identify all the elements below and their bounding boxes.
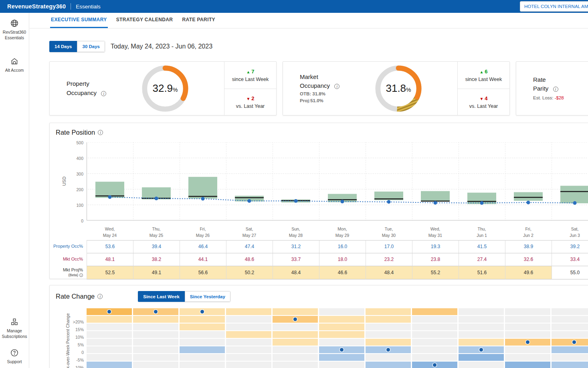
rate-median-line [514, 197, 543, 198]
y-axis-tick: -5% [68, 358, 84, 362]
table-row: Mkt Proj%(Beta)52.549.156.650.248.446.64… [50, 266, 588, 279]
heatmap-cell [319, 324, 364, 330]
table-cell: 41.5 [459, 240, 505, 253]
table-cell: 38.2 [133, 253, 180, 266]
market-occupancy-donut-wrap: 31.8 % [375, 65, 422, 112]
rate-median-line [560, 191, 588, 192]
table-cell: 44.1 [180, 253, 226, 266]
heatmap-cell [505, 331, 550, 338]
info-icon[interactable] [553, 87, 558, 92]
period-14-days-button[interactable]: 14 Days [49, 41, 77, 52]
since-last-week-stat: ▲7 since Last Week [224, 62, 276, 89]
kpi-row: Property Occupancy 32.9 % ▲7 since Last … [49, 61, 588, 115]
heatmap-cell [133, 346, 178, 353]
heatmap-cell [459, 316, 504, 323]
rate-dot [200, 310, 204, 313]
rate-position-xlabels: Wed,May 24Thu,May 25Fri,May 26Sat,May 27… [87, 222, 588, 239]
heatmap-cell [366, 354, 411, 361]
otb-label: OTB: 31.8% [300, 91, 352, 97]
est-loss-label: Est. Loss: [533, 95, 554, 100]
table-cell: 46.4 [180, 240, 226, 253]
delta-value: 2 [251, 95, 254, 101]
x-axis-day-label: Thu,May 25 [133, 226, 180, 239]
period-30-days-button[interactable]: 30 Days [77, 41, 105, 52]
property-rate-dot [294, 199, 298, 203]
heatmap-cell [366, 308, 411, 315]
y-axis-tick: 0 [68, 350, 84, 355]
property-rate-dot [434, 201, 437, 204]
table-cell: 19.3 [412, 240, 459, 253]
tab-rate-parity[interactable]: RATE PARITY [181, 13, 216, 28]
table-cell: 48.6 [226, 253, 273, 266]
heatmap-cell [180, 354, 225, 361]
y-axis-tick: 500 [67, 140, 83, 145]
heatmap-cell [273, 362, 318, 368]
tab-strategy-calendar[interactable]: STRATEGY CALENDAR [115, 13, 174, 28]
stat-label: vs. Last Year [236, 103, 265, 109]
y-axis-title: USD [62, 176, 67, 186]
top-bar: RevenueStrategy360 Essentials HOTEL COLY… [0, 0, 588, 13]
heatmap-cell [133, 339, 178, 346]
rate-median-line [235, 197, 264, 198]
kpi-title: Property Occupancy [67, 79, 119, 97]
property-rate-dot [108, 195, 112, 199]
rate-change-chart: Week-over-Week Percent Change >20%15%10%… [50, 308, 588, 368]
rate-position-title: Rate Position [56, 129, 95, 136]
heatmap-cell [273, 354, 318, 361]
y-axis-tick: 0 [67, 218, 83, 223]
house-icon [10, 57, 19, 66]
table-cell: 51.6 [459, 266, 505, 279]
rate-change-title: Rate Change [56, 293, 95, 300]
table-cell: 47.4 [226, 240, 273, 253]
rate-dot [572, 340, 576, 344]
heatmap-cell [226, 324, 271, 330]
y-axis-tick: -10% [68, 365, 84, 368]
sidebar-item-revstrat360-essentials[interactable]: RevStrat360 Essentials [2, 18, 27, 40]
since-yesterday-button[interactable]: Since Yesterday [185, 291, 230, 302]
rate-dot [107, 310, 111, 313]
x-axis-day-label: Thu,Jun 1 [459, 226, 505, 239]
rate-position-chart: USD 0100200300400500 Wed,May 24Thu,May 2… [50, 142, 588, 239]
info-icon[interactable] [334, 84, 339, 89]
sidebar: RevStrat360 Essentials Alt Accom Manage … [0, 13, 29, 368]
heatmap-cell [552, 308, 588, 315]
heatmap-cell [87, 362, 132, 368]
since-last-week-button[interactable]: Since Last Week [138, 291, 185, 302]
info-icon[interactable] [101, 91, 106, 96]
heatmap-cell [226, 308, 271, 315]
info-icon[interactable] [97, 294, 103, 299]
rate-median-line [374, 198, 403, 200]
sidebar-item-alt-accom[interactable]: Alt Accom [2, 57, 27, 73]
table-cell: 33.4 [552, 253, 588, 266]
sidebar-item-manage-subscriptions[interactable]: Manage Subscriptions [2, 317, 27, 339]
donut-value: 31.8 % [375, 65, 422, 112]
rate-position-title-row: Rate Position [50, 123, 588, 136]
x-axis-day-label: Fri,Jun 2 [505, 226, 552, 239]
stat-label: since Last Week [465, 77, 502, 82]
table-row: Property Occ%53.639.446.447.431.216.017.… [50, 240, 588, 253]
heatmap-cell [552, 331, 588, 338]
sidebar-item-label: Manage Subscriptions [2, 328, 27, 339]
heatmap-cell [226, 316, 271, 323]
table-cell: 23.8 [412, 253, 459, 266]
tab-executive-summary[interactable]: EXECUTIVE SUMMARY [50, 13, 108, 28]
heatmap-cell [273, 324, 318, 330]
info-icon[interactable] [98, 130, 103, 135]
x-axis-day-label: Sat,Jun 3 [552, 226, 588, 239]
rate-dot [479, 348, 483, 352]
property-selector-button[interactable]: HOTEL COLYN INTERNAL AMAD [520, 1, 588, 12]
proj-label: Proj:51.0% [300, 97, 352, 104]
rate-dot [386, 348, 390, 352]
heatmap-cell [226, 354, 271, 361]
property-rate-dot [527, 201, 530, 204]
table-cell: 49.6 [505, 266, 552, 279]
sidebar-item-support[interactable]: Support [2, 348, 27, 365]
table-cell: 23.2 [366, 253, 412, 266]
date-range-label: Today, May 24, 2023 - Jun 06, 2023 [111, 43, 212, 50]
heatmap-cell [319, 331, 364, 338]
info-icon[interactable] [79, 273, 83, 277]
heatmap-cell [180, 362, 225, 368]
heatmap-cell [180, 316, 225, 323]
table-cell: 48.4 [273, 266, 319, 279]
y-axis-tick: 10% [68, 335, 84, 340]
